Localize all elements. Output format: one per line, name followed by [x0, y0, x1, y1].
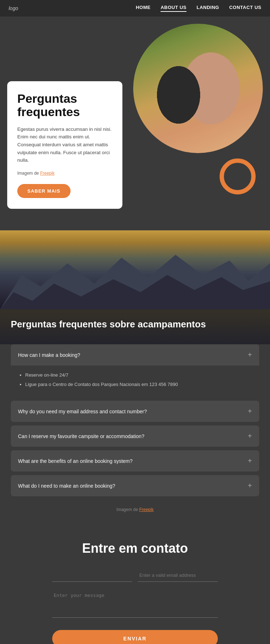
- faq-banner-title: Perguntas frequentes sobre acampamentos: [11, 319, 259, 330]
- faq-image-credit: Imagem de Freepik: [11, 500, 259, 516]
- faq-toggle-4[interactable]: +: [248, 457, 252, 465]
- hero-description: Egestas purus viverra accumsan in nisl n…: [17, 125, 112, 164]
- navigation: logo HOME ABOUT US LANDING CONTACT US: [0, 0, 270, 17]
- faq-answer-item: Reserve on-line 24/7: [25, 371, 252, 379]
- contact-title: Entre em contato: [11, 541, 259, 556]
- faq-item-2: Why do you need my email address and con…: [11, 401, 259, 422]
- logo: logo: [9, 5, 18, 11]
- saber-mais-button[interactable]: SABER MAIS: [17, 184, 71, 198]
- faq-item-5: What do I need to make an online booking…: [11, 475, 259, 496]
- name-field: [52, 569, 132, 582]
- faq-freepik-link[interactable]: Freepik: [139, 507, 154, 512]
- email-field: [138, 569, 218, 582]
- hero-image-credit: Imagem de Freepik: [17, 170, 112, 177]
- faq-section: How can I make a booking? + Reserve on-l…: [0, 344, 270, 523]
- form-top-row: [52, 569, 218, 589]
- orange-ring-decoration: [220, 158, 256, 194]
- name-input[interactable]: [52, 569, 132, 582]
- faq-question-3[interactable]: Can I reserve my favourite campsite or a…: [11, 426, 259, 447]
- faq-answer-1: Reserve on-line 24/7 Ligue para o Centro…: [11, 365, 259, 397]
- faq-item-3: Can I reserve my favourite campsite or a…: [11, 426, 259, 447]
- faq-banner: Perguntas frequentes sobre acampamentos: [0, 308, 270, 344]
- faq-toggle-2[interactable]: +: [248, 407, 252, 415]
- faq-toggle-5[interactable]: +: [248, 482, 252, 490]
- faq-item-4: What are the benefits of an online booki…: [11, 450, 259, 472]
- enviar-button[interactable]: ENVIAR: [52, 630, 218, 644]
- faq-toggle-1[interactable]: +: [248, 351, 252, 359]
- faq-question-1[interactable]: How can I make a booking? +: [11, 344, 259, 365]
- nav-home[interactable]: HOME: [136, 5, 150, 12]
- faq-banner-wrapper: Perguntas frequentes sobre acampamentos: [0, 230, 270, 344]
- contact-section: Entre em contato ENVIAR f t □ G+: [0, 523, 270, 644]
- faq-question-5[interactable]: What do I need to make an online booking…: [11, 475, 259, 496]
- nav-contact-us[interactable]: CONTACT US: [229, 5, 261, 12]
- faq-toggle-3[interactable]: +: [248, 432, 252, 440]
- hero-image: [133, 24, 263, 153]
- contact-form: ENVIAR: [52, 569, 218, 644]
- message-input[interactable]: [52, 589, 218, 618]
- people-photo: [133, 24, 263, 153]
- hero-section: Perguntas frequentes Egestas purus viver…: [0, 17, 270, 230]
- freepik-link[interactable]: Freepik: [40, 171, 54, 176]
- email-input[interactable]: [138, 569, 218, 582]
- nav-links: HOME ABOUT US LANDING CONTACT US: [136, 5, 261, 12]
- hero-card: Perguntas frequentes Egestas purus viver…: [7, 81, 122, 209]
- faq-item-1: How can I make a booking? + Reserve on-l…: [11, 344, 259, 397]
- faq-question-4[interactable]: What are the benefits of an online booki…: [11, 450, 259, 472]
- faq-question-2[interactable]: Why do you need my email address and con…: [11, 401, 259, 422]
- hero-title: Perguntas frequentes: [17, 92, 112, 119]
- faq-answer-item: Ligue para o Centro de Contato dos Parqu…: [25, 381, 252, 388]
- nav-landing[interactable]: LANDING: [197, 5, 219, 12]
- nav-about-us[interactable]: ABOUT US: [161, 5, 186, 12]
- mountain-background: [0, 230, 270, 309]
